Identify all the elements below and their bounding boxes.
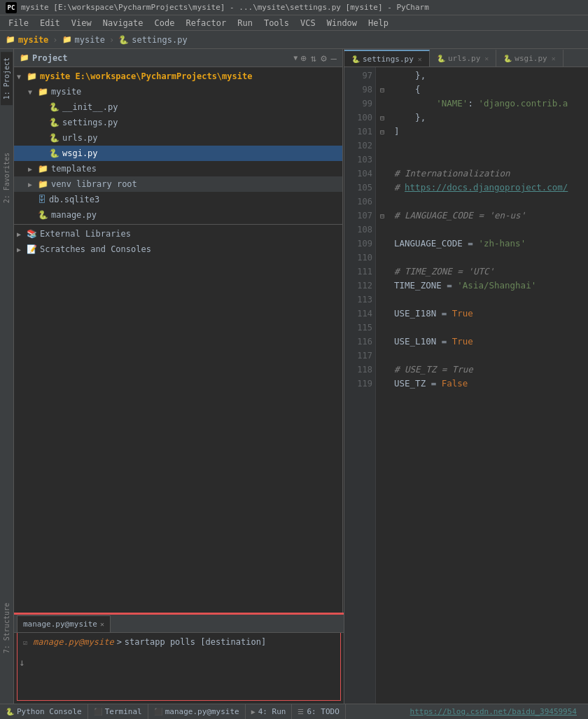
settings-icon[interactable]: ⚙ [321,53,326,64]
project-header: 📁 Project ▼ ⊕ ⇅ ⚙ — [14,49,342,67]
breadcrumb-bar: 📁 mysite › 📁 mysite › 🐍 settings.py [0,31,588,49]
menu-edit[interactable]: Edit [34,18,66,28]
line-111: # TIME_ZONE = 'UTC' [394,265,582,279]
tree-venv[interactable]: ▶ 📁 venv library root [14,176,342,192]
prompt-command: startapp polls [destination] [125,637,266,647]
menu-code[interactable]: Code [149,18,181,28]
line-113 [394,293,582,307]
status-python-console[interactable]: 🐍 Python Console [0,704,88,720]
line-116: USE_L10N = True [394,335,582,349]
urls-icon: 🐍 [49,133,59,143]
breadcrumb-mysite2[interactable]: mysite [75,35,105,45]
tree-manage-py[interactable]: ▶ 🐍 manage.py [14,207,342,223]
tree-external-libs[interactable]: ▶ 📚 External Libraries [14,226,342,242]
gutter-111 [376,265,388,279]
line-numbers: 97 98 99 100 101 102 103 104 105 106 107… [344,67,376,704]
line-101: ] [394,125,582,139]
tree-wsgi-py[interactable]: ▶ 🐍 wsgi.py [14,146,342,161]
status-todo[interactable]: ☰ 6: TODO [292,704,345,720]
project-actions: ⊕ ⇅ ⚙ — [300,53,337,64]
breadcrumb-settings[interactable]: settings.py [132,35,187,45]
menu-view[interactable]: View [66,18,97,28]
status-terminal[interactable]: ⬛ Terminal [88,704,148,720]
mysite-folder-name: mysite [51,87,81,97]
line-114: USE_I18N = True [394,307,582,321]
status-manage[interactable]: ⬛ manage.py@mysite [148,704,246,720]
tree-db[interactable]: ▶ 🗄 db.sqlite3 [14,192,342,207]
gutter-114 [376,307,388,321]
gutter-117 [376,349,388,363]
gutter-105 [376,181,388,195]
init-icon: 🐍 [49,102,59,112]
status-left: 🐍 Python Console ⬛ Terminal ⬛ manage.py@… [0,704,346,720]
terminal-prompt: ☑ manage.py@mysite > startapp polls [des… [23,637,335,647]
status-run[interactable]: ▶ 4: Run [246,704,293,720]
gutter-98[interactable]: ⊟ [376,83,388,97]
arrow-venv: ▶ [28,181,36,188]
terminal-tab-manage[interactable]: manage.py@mysite ✕ [17,615,111,632]
gutter-107[interactable]: ⊟ [376,209,388,223]
tree-templates[interactable]: ▶ 📁 templates [14,161,342,176]
tree-mysite-folder[interactable]: ▼ 📁 mysite [14,84,342,99]
terminal-tabs: manage.py@mysite ✕ [14,615,344,633]
menu-tools[interactable]: Tools [258,18,295,28]
line-112: TIME_ZONE = 'Asia/Shanghai' [394,279,582,293]
add-icon[interactable]: ⊕ [300,53,306,64]
file-icon-settings: 🐍 [118,35,129,45]
menu-help[interactable]: Help [363,18,394,28]
tab-wsgi-close[interactable]: ✕ [552,55,556,62]
title-bar: PC mysite [E:\workspace\PycharmProjects\… [0,0,588,15]
code-area[interactable]: }, { 'NAME': 'django.contrib.a }, ] # In… [388,67,588,704]
minimize-icon[interactable]: — [331,53,337,64]
menu-window[interactable]: Window [321,18,363,28]
db-name: db.sqlite3 [49,195,99,204]
tree-urls-py[interactable]: ▶ 🐍 urls.py [14,130,342,146]
gutter-104 [376,167,388,181]
menu-run[interactable]: Run [232,18,258,28]
folder-icon: 📁 [6,35,15,44]
line-107: # LANGUAGE_CODE = 'en-us' [394,209,582,223]
terminal-panel: manage.py@mysite ✕ ☑ manage.py@mysite > … [14,613,344,704]
breadcrumb-mysite1[interactable]: mysite [18,35,48,45]
gutter-100[interactable]: ⊟ [376,111,388,125]
menu-vcs[interactable]: VCS [295,18,321,28]
status-url[interactable]: https://blog.csdn.net/baidu_39459954 [410,707,588,716]
editor-content[interactable]: 97 98 99 100 101 102 103 104 105 106 107… [344,67,588,704]
gutter-118 [376,363,388,377]
tree-root[interactable]: ▼ 📁 mysite E:\workspace\PycharmProjects\… [14,69,342,84]
tab-settings-close[interactable]: ✕ [418,55,422,63]
menu-refactor[interactable]: Refactor [180,18,232,28]
tree-scratches[interactable]: ▶ 📝 Scratches and Consoles [14,242,342,257]
tab-wsgi-py[interactable]: 🐍 wsgi.py ✕ [496,50,563,67]
gutter-116 [376,335,388,349]
prompt-text: manage.py@mysite [33,637,114,647]
terminal-scroll-down[interactable]: ↓ [19,657,24,668]
terminal-close-btn[interactable]: ✕ [100,620,104,628]
line-97: }, [394,69,582,83]
tree-settings-py[interactable]: ▶ 🐍 settings.py [14,115,342,130]
menu-navigate[interactable]: Navigate [97,18,149,28]
menu-file[interactable]: File [3,18,34,28]
line-104: # Internationalization [394,167,582,181]
gutter-101[interactable]: ⊟ [376,125,388,139]
tab-urls-py[interactable]: 🐍 urls.py ✕ [430,50,496,67]
gutter-103 [376,153,388,167]
line-110 [394,251,582,265]
arrow-templates: ▶ [28,165,36,173]
line-100: }, [394,111,582,125]
tab-urls-close[interactable]: ✕ [484,55,489,62]
tab-settings-py[interactable]: 🐍 settings.py ✕ [344,50,430,67]
gutter-119 [376,377,388,391]
terminal-content[interactable]: ☑ manage.py@mysite > startapp polls [des… [17,633,341,701]
manage-name: manage.py [51,210,97,220]
tab-project[interactable]: 1: Project [1,52,13,105]
arrow-root: ▼ [17,73,25,81]
tree-init-py[interactable]: ▶ 🐍 __init__.py [14,99,342,115]
line-119: USE_TZ = False [394,377,582,391]
arrow-extlibs: ▶ [17,230,25,238]
caret-icon: ▼ [293,54,298,62]
manage-icon: 🐍 [38,210,48,220]
tab-structure[interactable]: 7: Structure [1,597,13,659]
sync-icon[interactable]: ⇅ [311,53,316,64]
tab-favorites[interactable]: 2: Favorites [1,147,13,209]
